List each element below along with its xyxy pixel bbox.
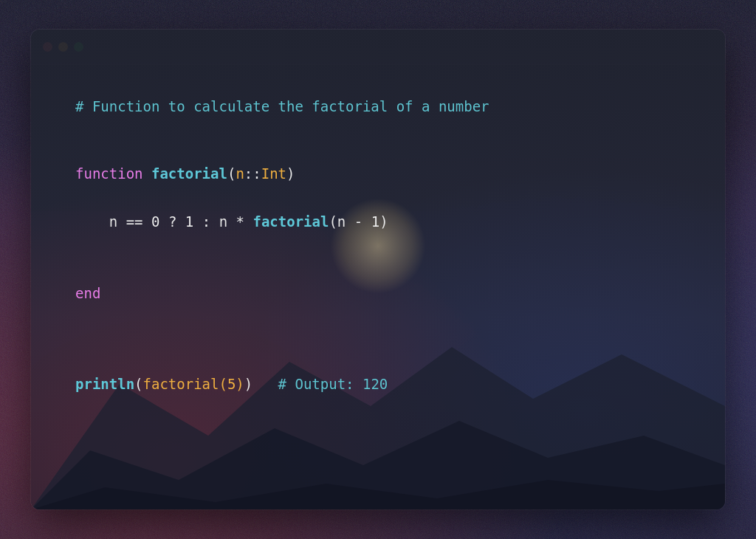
n3: n (337, 213, 346, 230)
param-type: Int (261, 165, 286, 182)
eq-op: == (126, 213, 143, 230)
space9 (244, 213, 252, 230)
body-n: n (109, 213, 117, 230)
function-declaration: function factorial(n::Int) (75, 162, 681, 185)
output-comment: # Output: 120 (278, 376, 388, 392)
comment-text: # Function to calculate the factorial of… (75, 98, 489, 114)
space5 (176, 213, 185, 230)
paren-open: ( (227, 165, 236, 182)
rec-open: ( (329, 213, 337, 230)
space4 (159, 213, 168, 230)
function-name: factorial (151, 165, 227, 182)
println-arg: factorial(5) (143, 376, 244, 392)
type-sep: :: (244, 165, 261, 182)
end-line: end (75, 257, 681, 305)
n2: n (219, 213, 227, 230)
minus-op: - (354, 213, 362, 230)
function-keyword: function (75, 165, 143, 182)
function-body: n == 0 ? 1 : n * factorial(n - 1) (75, 210, 681, 233)
rec-close: ) (379, 213, 388, 230)
paren-close: ) (286, 165, 295, 182)
colon: : (202, 213, 210, 230)
space3 (143, 213, 151, 230)
println-close: ) (244, 376, 252, 392)
space2 (117, 213, 126, 230)
one2: 1 (371, 213, 379, 230)
space8 (227, 213, 236, 230)
println-name: println (75, 376, 134, 392)
spaces (252, 376, 278, 392)
space7 (210, 213, 219, 230)
end-keyword: end (75, 285, 100, 301)
comment-line: # Function to calculate the factorial of… (75, 95, 681, 118)
param-name: n (236, 165, 244, 182)
body-indent (75, 213, 109, 230)
recursive-call-name: factorial (252, 213, 329, 230)
star-op: * (236, 213, 244, 230)
space11 (362, 213, 371, 230)
code-window: # Function to calculate the factorial of… (31, 30, 725, 509)
println-open: ( (134, 376, 142, 392)
println-line: println(factorial(5)) # Output: 120 (75, 349, 681, 396)
code-block: # Function to calculate the factorial of… (75, 95, 681, 396)
question: ? (168, 213, 176, 230)
code-content: # Function to calculate the factorial of… (75, 95, 681, 396)
space1 (143, 165, 151, 182)
space10 (346, 213, 354, 230)
space6 (193, 213, 202, 230)
one: 1 (185, 213, 193, 230)
zero: 0 (151, 213, 159, 230)
code-editor: # Function to calculate the factorial of… (31, 65, 725, 425)
